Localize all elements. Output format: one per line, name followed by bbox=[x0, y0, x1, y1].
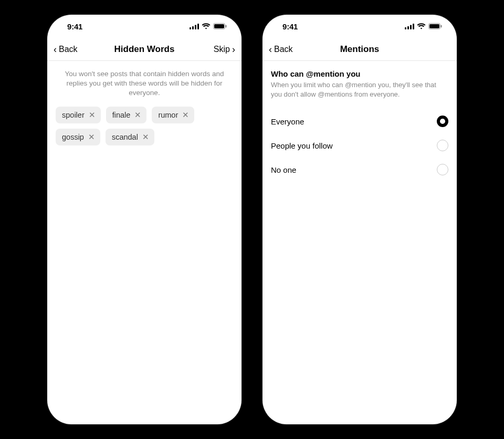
close-icon[interactable]: ✕ bbox=[182, 111, 189, 119]
battery-icon bbox=[428, 23, 442, 29]
radio-selected-icon bbox=[437, 116, 448, 127]
status-time: 9:41 bbox=[63, 22, 82, 31]
svg-rect-13 bbox=[441, 25, 442, 28]
svg-rect-3 bbox=[197, 24, 199, 29]
wifi-icon bbox=[417, 23, 426, 29]
hidden-words-chips: spoiler ✕ finale ✕ rumor ✕ gossip ✕ scan… bbox=[56, 107, 233, 145]
radio-unselected-icon bbox=[437, 140, 448, 151]
chip-label: finale bbox=[112, 111, 131, 119]
status-bar: 9:41 bbox=[262, 15, 457, 38]
back-label: Back bbox=[59, 45, 78, 54]
chip-finale: finale ✕ bbox=[106, 107, 147, 123]
mentions-section-title: Who can @mention you bbox=[271, 69, 448, 78]
chevron-left-icon: ‹ bbox=[269, 45, 272, 54]
status-indicators bbox=[405, 23, 442, 29]
chevron-left-icon: ‹ bbox=[54, 45, 57, 54]
svg-rect-7 bbox=[405, 27, 406, 29]
back-label: Back bbox=[274, 45, 293, 54]
phone-hidden-words: 9:41 ‹ Back Hidden Words Skip › You won'… bbox=[47, 15, 242, 424]
radio-unselected-icon bbox=[437, 164, 448, 175]
chip-rumor: rumor ✕ bbox=[152, 107, 194, 123]
cellular-icon bbox=[405, 24, 414, 29]
option-no-one[interactable]: No one bbox=[271, 158, 448, 182]
svg-rect-10 bbox=[413, 24, 414, 29]
svg-rect-12 bbox=[429, 24, 439, 28]
svg-rect-9 bbox=[410, 25, 412, 29]
status-bar: 9:41 bbox=[47, 15, 242, 38]
svg-rect-5 bbox=[214, 24, 224, 28]
option-people-you-follow[interactable]: People you follow bbox=[271, 133, 448, 158]
chip-spoiler: spoiler ✕ bbox=[56, 107, 101, 123]
phone-mentions: 9:41 ‹ Back Mentions Who can @mention yo… bbox=[262, 15, 457, 424]
skip-label: Skip bbox=[214, 45, 230, 54]
nav-bar: ‹ Back Mentions bbox=[262, 38, 457, 61]
chip-label: scandal bbox=[112, 133, 138, 141]
chip-label: rumor bbox=[158, 111, 178, 119]
svg-rect-0 bbox=[190, 27, 191, 29]
svg-rect-2 bbox=[195, 25, 196, 29]
svg-rect-8 bbox=[407, 26, 409, 29]
chevron-right-icon: › bbox=[232, 45, 235, 54]
option-label: No one bbox=[271, 165, 296, 174]
close-icon[interactable]: ✕ bbox=[134, 111, 141, 119]
content-area: Who can @mention you When you limit who … bbox=[262, 61, 457, 424]
skip-button[interactable]: Skip › bbox=[202, 45, 235, 54]
chip-scandal: scandal ✕ bbox=[106, 129, 154, 145]
svg-rect-6 bbox=[226, 25, 227, 28]
status-indicators bbox=[190, 23, 227, 29]
page-title: Mentions bbox=[340, 44, 380, 55]
mentions-section-description: When you limit who can @mention you, the… bbox=[271, 80, 448, 99]
chip-label: gossip bbox=[62, 133, 84, 141]
close-icon[interactable]: ✕ bbox=[142, 133, 149, 141]
chip-label: spoiler bbox=[62, 111, 85, 119]
option-label: People you follow bbox=[271, 141, 333, 150]
battery-icon bbox=[213, 23, 227, 29]
chip-gossip: gossip ✕ bbox=[56, 129, 100, 145]
option-label: Everyone bbox=[271, 117, 304, 126]
close-icon[interactable]: ✕ bbox=[88, 133, 95, 141]
status-time: 9:41 bbox=[278, 22, 298, 31]
hidden-words-description: You won't see posts that contain hidden … bbox=[56, 69, 233, 107]
wifi-icon bbox=[202, 23, 211, 29]
option-everyone[interactable]: Everyone bbox=[271, 109, 448, 133]
nav-bar: ‹ Back Hidden Words Skip › bbox=[47, 38, 242, 61]
content-area: You won't see posts that contain hidden … bbox=[47, 61, 242, 424]
svg-rect-1 bbox=[192, 26, 194, 29]
page-title: Hidden Words bbox=[114, 44, 175, 55]
cellular-icon bbox=[190, 24, 199, 29]
close-icon[interactable]: ✕ bbox=[89, 111, 96, 119]
back-button[interactable]: ‹ Back bbox=[54, 45, 87, 54]
back-button[interactable]: ‹ Back bbox=[269, 45, 302, 54]
